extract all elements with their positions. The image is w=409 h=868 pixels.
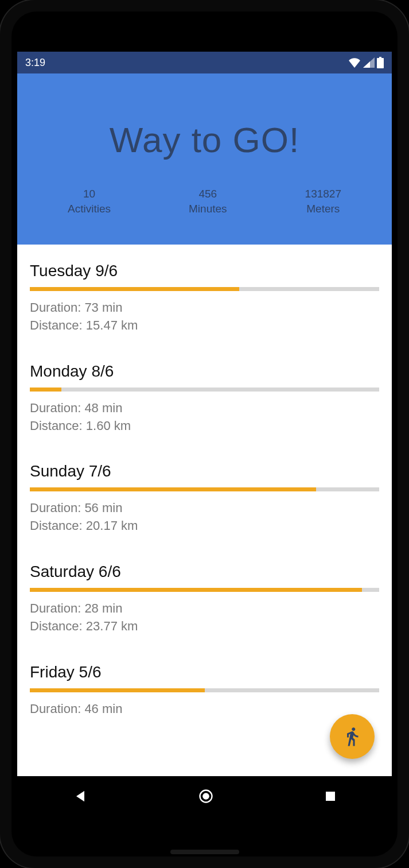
back-button[interactable] xyxy=(72,788,88,804)
run-icon xyxy=(342,726,363,747)
progress-bar xyxy=(30,588,379,592)
activity-meta: Duration: 73 min Distance: 15.47 km xyxy=(30,299,379,335)
activity-meta: Duration: 56 min Distance: 20.17 km xyxy=(30,499,379,535)
progress-bar xyxy=(30,487,379,491)
activity-title: Sunday 7/6 xyxy=(30,462,379,480)
activity-duration: Duration: 56 min xyxy=(30,499,379,517)
start-activity-fab[interactable] xyxy=(330,714,375,759)
device-speaker-bottom xyxy=(170,850,239,854)
progress-bar xyxy=(30,388,379,392)
activity-title: Monday 8/6 xyxy=(30,362,379,381)
activity-item[interactable]: Friday 5/6 Duration: 46 min xyxy=(30,646,379,728)
svg-rect-1 xyxy=(379,57,381,59)
battery-icon xyxy=(377,57,384,68)
stat-value: 131827 xyxy=(305,187,341,202)
system-nav-bar xyxy=(17,776,392,816)
stat-meters: 131827 Meters xyxy=(305,187,341,216)
device-frame: 3:19 Way to GO! 10 Activities 456 xyxy=(0,0,409,868)
activity-meta: Duration: 46 min xyxy=(30,700,379,718)
stats-row: 10 Activities 456 Minutes 131827 Meters xyxy=(29,187,380,216)
activity-item[interactable]: Saturday 6/6 Duration: 28 min Distance: … xyxy=(30,545,379,646)
activity-item[interactable]: Tuesday 9/6 Duration: 73 min Distance: 1… xyxy=(30,245,379,345)
activity-duration: Duration: 73 min xyxy=(30,299,379,317)
progress-fill xyxy=(30,487,316,491)
activity-distance: Distance: 1.60 km xyxy=(30,417,379,435)
stat-activities: 10 Activities xyxy=(68,187,111,216)
activity-title: Friday 5/6 xyxy=(30,663,379,681)
home-button[interactable] xyxy=(198,788,214,804)
activity-title: Tuesday 9/6 xyxy=(30,262,379,280)
activity-duration: Duration: 46 min xyxy=(30,700,379,718)
activity-distance: Distance: 20.17 km xyxy=(30,517,379,535)
stat-minutes: 456 Minutes xyxy=(189,187,227,216)
svg-point-3 xyxy=(202,793,209,800)
activity-list[interactable]: Tuesday 9/6 Duration: 73 min Distance: 1… xyxy=(17,245,392,776)
progress-fill xyxy=(30,287,239,291)
stat-label: Meters xyxy=(305,202,341,216)
activity-distance: Distance: 23.77 km xyxy=(30,618,379,636)
stat-label: Minutes xyxy=(189,202,227,216)
progress-fill xyxy=(30,688,205,692)
activity-meta: Duration: 28 min Distance: 23.77 km xyxy=(30,600,379,636)
progress-fill xyxy=(30,588,362,592)
activity-duration: Duration: 28 min xyxy=(30,600,379,618)
activity-distance: Distance: 15.47 km xyxy=(30,317,379,335)
activity-title: Saturday 6/6 xyxy=(30,563,379,581)
activity-item[interactable]: Sunday 7/6 Duration: 56 min Distance: 20… xyxy=(30,445,379,545)
screen: 3:19 Way to GO! 10 Activities 456 xyxy=(17,52,392,816)
progress-bar xyxy=(30,287,379,291)
summary-header: Way to GO! 10 Activities 456 Minutes 131… xyxy=(17,73,392,245)
stat-label: Activities xyxy=(68,202,111,216)
progress-fill xyxy=(30,388,61,392)
cell-signal-icon xyxy=(363,57,375,68)
svg-rect-0 xyxy=(377,58,384,68)
header-title: Way to GO! xyxy=(29,119,380,160)
activity-duration: Duration: 48 min xyxy=(30,400,379,417)
wifi-icon xyxy=(348,57,361,68)
status-bar: 3:19 xyxy=(17,52,392,73)
progress-bar xyxy=(30,688,379,692)
recents-button[interactable] xyxy=(324,789,337,803)
svg-rect-4 xyxy=(326,792,335,801)
status-icons xyxy=(348,57,384,68)
activity-meta: Duration: 48 min Distance: 1.60 km xyxy=(30,400,379,435)
stat-value: 456 xyxy=(189,187,227,202)
activity-item[interactable]: Monday 8/6 Duration: 48 min Distance: 1.… xyxy=(30,345,379,445)
status-time: 3:19 xyxy=(25,57,45,69)
stat-value: 10 xyxy=(68,187,111,202)
